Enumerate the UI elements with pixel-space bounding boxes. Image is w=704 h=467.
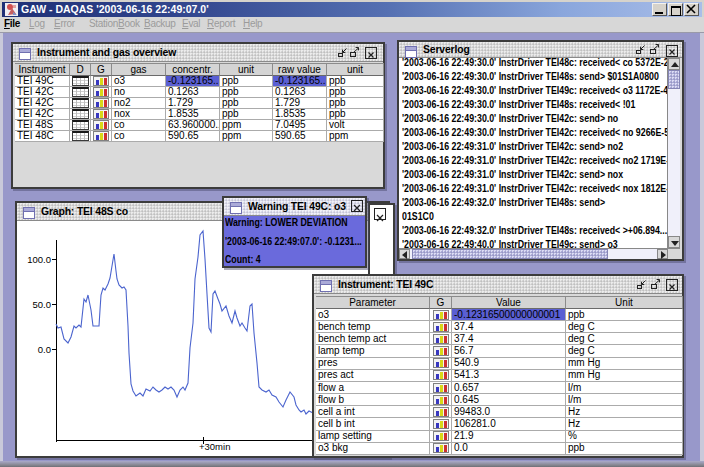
svg-text:0.0: 0.0 <box>38 344 51 355</box>
svg-text:50.0: 50.0 <box>33 299 52 310</box>
svg-text:+30min: +30min <box>199 441 230 452</box>
svg-text:100.0: 100.0 <box>27 254 51 265</box>
